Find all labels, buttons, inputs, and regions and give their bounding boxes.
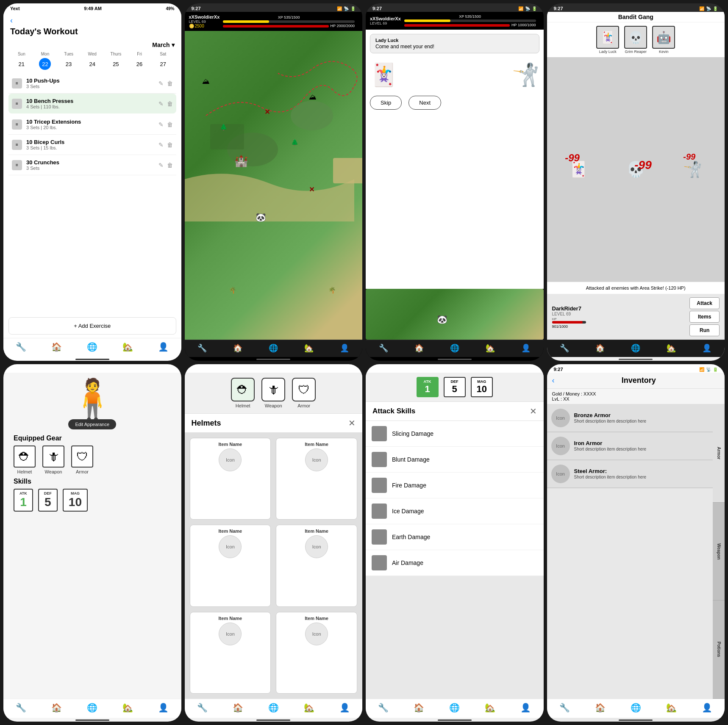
- skill-ice[interactable]: Ice Damage: [366, 498, 544, 524]
- nav-person-enc[interactable]: 👤: [521, 343, 531, 353]
- skill-air[interactable]: Air Damage: [366, 550, 544, 576]
- nav-icon-person[interactable]: 👤: [158, 342, 169, 352]
- nav-globe-helmets[interactable]: 🌐: [268, 703, 279, 713]
- nav-icon-globe[interactable]: 🌐: [87, 342, 97, 352]
- skills-close-button[interactable]: ✕: [530, 406, 537, 416]
- nav-wrench-helmets[interactable]: 🔧: [197, 703, 208, 713]
- inv-item-steel[interactable]: Icon Steel Armor: Short description item…: [547, 460, 713, 488]
- exercise-item-5[interactable]: ≡ 30 Crunches 3 Sets ✎ 🗑: [8, 155, 176, 175]
- nav-globe-char[interactable]: 🌐: [87, 703, 97, 713]
- equip-tab-helmet[interactable]: ⛑ Helmet: [231, 378, 255, 408]
- delete-icon-3[interactable]: 🗑: [167, 121, 173, 128]
- edit-appearance-button[interactable]: Edit Appearance: [68, 419, 116, 429]
- gear-helmet-box[interactable]: ⛑: [14, 446, 36, 468]
- skill-fire[interactable]: Fire Damage: [366, 473, 544, 498]
- add-exercise-button[interactable]: + Add Exercise: [8, 317, 176, 335]
- exercise-item-4[interactable]: ≡ 10 Bicep Curls 3 Sets | 15 lbs. ✎ 🗑: [8, 135, 176, 155]
- inv-item-iron[interactable]: Icon Iron Armor Short description item d…: [547, 432, 713, 460]
- nav-wrench-combat[interactable]: 🔧: [560, 343, 569, 353]
- nav-house-combat[interactable]: 🏡: [667, 343, 676, 353]
- nav-globe-combat[interactable]: 🌐: [631, 343, 640, 353]
- cal-day-22[interactable]: 22: [39, 58, 51, 70]
- inv-tab-potions[interactable]: Potions: [713, 600, 725, 699]
- gear-armor-box[interactable]: 🛡: [71, 446, 93, 468]
- nav-home-combat[interactable]: 🏠: [595, 343, 605, 353]
- inv-item-bronze[interactable]: Icon Bronze Armor Short description item…: [547, 404, 713, 432]
- items-button[interactable]: Items: [689, 311, 720, 323]
- nav-home-inv[interactable]: 🏠: [595, 703, 606, 713]
- delete-icon[interactable]: 🗑: [167, 80, 173, 87]
- nav-globe-map1[interactable]: 🌐: [269, 343, 278, 353]
- exercise-icon-5: ≡: [12, 160, 22, 170]
- nav-house-helmets[interactable]: 🏡: [304, 703, 314, 713]
- equip-card-6[interactable]: Item Name Icon: [276, 612, 357, 694]
- close-button[interactable]: ✕: [348, 418, 356, 428]
- attack-button[interactable]: Attack: [689, 297, 720, 309]
- exercise-item[interactable]: ≡ 10 Push-Ups 3 Sets ✎ 🗑: [8, 73, 176, 94]
- exercise-item-3[interactable]: ≡ 10 Tricep Extensions 3 Sets | 20 lbs. …: [8, 114, 176, 135]
- nav-icon-house[interactable]: 🏡: [122, 342, 133, 352]
- nav-wrench-char[interactable]: 🔧: [16, 703, 26, 713]
- equip-card-4[interactable]: Item Name Icon: [276, 525, 357, 606]
- equip-card-1[interactable]: Item Name Icon: [190, 438, 271, 520]
- skill-earth[interactable]: Earth Damage: [366, 524, 544, 550]
- delete-icon-2[interactable]: 🗑: [167, 100, 173, 107]
- equip-tab-armor[interactable]: 🛡 Armor: [292, 378, 316, 408]
- edit-icon-2[interactable]: ✎: [158, 100, 164, 107]
- month-chevron-icon[interactable]: ▾: [172, 42, 175, 48]
- edit-icon[interactable]: ✎: [158, 80, 164, 87]
- inv-back-button[interactable]: ‹: [552, 376, 555, 385]
- nav-globe-skills[interactable]: 🌐: [449, 703, 460, 713]
- cal-day-21[interactable]: 21: [16, 58, 28, 70]
- map-area[interactable]: 🏰 🐼 ⛰ ⛰ 🌲 🌲 ✕ ✕ 🌴 🌴: [185, 31, 363, 340]
- nav-person-char[interactable]: 👤: [158, 703, 169, 713]
- delete-icon-4[interactable]: 🗑: [167, 141, 173, 148]
- next-button[interactable]: Next: [408, 96, 441, 110]
- equip-card-5[interactable]: Item Name Icon: [190, 612, 271, 694]
- edit-icon-4[interactable]: ✎: [158, 141, 164, 148]
- nav-wrench-inv[interactable]: 🔧: [559, 703, 570, 713]
- nav-wrench-skills[interactable]: 🔧: [378, 703, 389, 713]
- nav-person-skills[interactable]: 👤: [520, 703, 531, 713]
- run-button[interactable]: Run: [689, 324, 720, 336]
- nav-home-map1[interactable]: 🏠: [233, 343, 242, 353]
- equip-tab-weapon[interactable]: 🗡 Weapon: [261, 378, 285, 408]
- nav-globe-inv[interactable]: 🌐: [631, 703, 641, 713]
- back-button[interactable]: ‹: [10, 16, 175, 25]
- nav-house-enc[interactable]: 🏡: [486, 343, 495, 353]
- exercise-item-highlighted[interactable]: ≡ 10 Bench Presses 4 Sets | 110 lbs. ✎ 🗑: [8, 94, 176, 113]
- cal-day-25[interactable]: 25: [110, 58, 122, 70]
- nav-wrench-map1[interactable]: 🔧: [197, 343, 207, 353]
- delete-icon-5[interactable]: 🗑: [167, 162, 173, 169]
- equip-card-3[interactable]: Item Name Icon: [190, 525, 271, 606]
- equip-card-2[interactable]: Item Name Icon: [276, 438, 357, 520]
- nav-person-combat[interactable]: 👤: [702, 343, 711, 353]
- skill-slicing[interactable]: Slicing Damage: [366, 421, 544, 447]
- cal-day-23[interactable]: 23: [63, 58, 75, 70]
- nav-icon-home[interactable]: 🏠: [51, 342, 62, 352]
- nav-wrench-enc[interactable]: 🔧: [379, 343, 388, 353]
- nav-house-map1[interactable]: 🏡: [304, 343, 314, 353]
- cal-day-26[interactable]: 26: [133, 58, 145, 70]
- nav-person-helmets[interactable]: 👤: [339, 703, 350, 713]
- nav-home-char[interactable]: 🏠: [51, 703, 62, 713]
- skill-blunt[interactable]: Blunt Damage: [366, 447, 544, 473]
- inv-tab-armor[interactable]: Armor: [713, 404, 725, 503]
- inv-tab-weapon[interactable]: Weapon: [713, 503, 725, 601]
- edit-icon-3[interactable]: ✎: [158, 121, 164, 128]
- nav-person-inv[interactable]: 👤: [702, 703, 712, 713]
- edit-icon-5[interactable]: ✎: [158, 162, 164, 169]
- nav-house-char[interactable]: 🏡: [122, 703, 133, 713]
- nav-home-skills[interactable]: 🏠: [414, 703, 424, 713]
- cal-day-27[interactable]: 27: [157, 58, 169, 70]
- nav-person-map1[interactable]: 👤: [340, 343, 349, 353]
- nav-home-enc[interactable]: 🏠: [414, 343, 424, 353]
- nav-house-inv[interactable]: 🏡: [666, 703, 677, 713]
- cal-day-24[interactable]: 24: [86, 58, 98, 70]
- gear-weapon-box[interactable]: 🗡: [42, 446, 64, 468]
- nav-icon-wrench[interactable]: 🔧: [16, 342, 26, 352]
- nav-house-skills[interactable]: 🏡: [485, 703, 495, 713]
- skip-button[interactable]: Skip: [370, 96, 402, 110]
- nav-globe-enc[interactable]: 🌐: [450, 343, 459, 353]
- nav-home-helmets[interactable]: 🏠: [233, 703, 243, 713]
